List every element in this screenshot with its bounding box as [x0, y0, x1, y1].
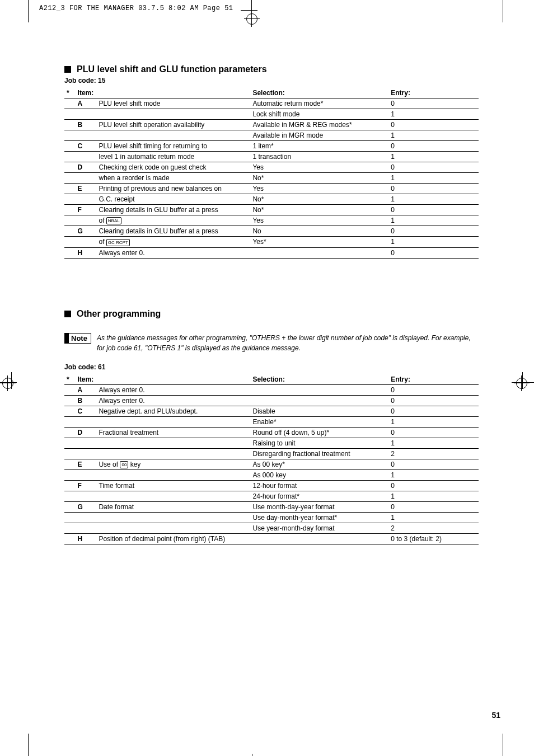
cell-selection: Yes	[250, 184, 388, 194]
cell-entry: 0	[388, 162, 479, 173]
col-star: *	[64, 88, 76, 98]
cell-star	[64, 98, 76, 109]
cell-selection: Round off (4 down, 5 up)*	[251, 427, 389, 438]
cell-letter	[76, 438, 97, 448]
cell-selection	[251, 384, 389, 395]
cell-entry: 0	[388, 427, 479, 438]
note-label: Note	[64, 333, 91, 344]
cell-entry: 1	[388, 194, 479, 205]
cell-letter: C	[76, 406, 97, 416]
cell-letter: E	[76, 184, 97, 194]
cell-selection: Disregarding fractional treatment	[251, 448, 389, 459]
parameters-table-1: * Item: Selection: Entry: APLU level shi…	[64, 88, 479, 259]
cell-star	[64, 162, 76, 173]
cell-selection: Use day-month-year format*	[251, 512, 389, 523]
col-selection: Selection:	[251, 374, 389, 385]
cell-entry: 1	[388, 416, 479, 427]
cell-selection: Enable*	[251, 416, 389, 427]
cell-letter: F	[76, 480, 97, 491]
cell-entry: 1	[388, 215, 479, 226]
table-row: CPLU level shift timing for returning to…	[64, 141, 479, 152]
cell-item: Fractional treatment	[96, 427, 250, 438]
table-row: of NBALYes1	[64, 215, 479, 226]
cell-selection: No	[250, 226, 388, 237]
cell-letter: A	[76, 384, 97, 395]
cell-item: PLU level shift timing for returning to	[96, 141, 250, 152]
cell-selection: Yes*	[250, 237, 388, 247]
cell-star	[64, 501, 76, 512]
cell-letter	[76, 512, 97, 523]
cell-letter: B	[76, 120, 97, 130]
cell-star	[64, 130, 76, 141]
table-row: Disregarding fractional treatment2	[64, 448, 479, 459]
table-row: DFractional treatmentRound off (4 down, …	[64, 427, 479, 438]
job-code-label: Job code: 15	[64, 77, 479, 84]
cell-entry: 1	[388, 109, 479, 120]
cell-star	[64, 512, 76, 523]
cell-letter: B	[76, 395, 97, 406]
cell-star	[64, 459, 76, 469]
cell-selection: 24-hour format*	[251, 491, 389, 501]
cell-item: Always enter 0.	[96, 247, 250, 258]
cell-item: Negative dept. and PLU/subdept.	[96, 406, 250, 416]
cell-letter	[76, 491, 97, 501]
crop-mark	[503, 734, 503, 756]
cell-letter	[76, 523, 97, 533]
note-text: As the guidance messages for other progr…	[97, 333, 479, 353]
cell-selection: Available in MGR & REG modes*	[250, 120, 388, 130]
cell-letter	[76, 448, 97, 459]
table-row: EUse of 00 keyAs 00 key*0	[64, 459, 479, 469]
cell-item: of GC RCPT	[96, 237, 250, 247]
cell-star	[64, 237, 76, 247]
cell-item: Always enter 0.	[96, 395, 250, 406]
cell-entry: 0	[388, 406, 479, 416]
parameters-table-2: * Item: Selection: Entry: AAlways enter …	[64, 374, 479, 544]
cell-entry: 0	[388, 98, 479, 109]
table-row: Lock shift mode1	[64, 109, 479, 120]
cell-letter	[76, 152, 97, 162]
cell-letter: D	[76, 427, 97, 438]
cell-star	[64, 438, 76, 448]
col-entry: Entry:	[388, 374, 479, 385]
table-row: Raising to unit1	[64, 438, 479, 448]
cell-star	[64, 523, 76, 533]
col-entry: Entry:	[388, 88, 479, 98]
cell-letter	[76, 237, 97, 247]
col-item: Item:	[76, 374, 97, 385]
cell-item: Date format	[96, 501, 250, 512]
page-content: PLU level shift and GLU function paramet…	[64, 64, 479, 544]
cell-item: PLU level shift operation availability	[96, 120, 250, 130]
cell-entry: 1	[388, 512, 479, 523]
section-heading-plu: PLU level shift and GLU function paramet…	[64, 64, 479, 74]
cell-selection: Lock shift mode	[250, 109, 388, 120]
cell-selection: Use year-month-day format	[251, 523, 389, 533]
table-row: As 000 key1	[64, 469, 479, 480]
cell-star	[64, 448, 76, 459]
cell-entry: 0	[388, 226, 479, 237]
cell-selection: Disable	[251, 406, 389, 416]
cell-letter: G	[76, 226, 97, 237]
cell-star	[64, 395, 76, 406]
cell-entry: 1	[388, 438, 479, 448]
cell-selection	[250, 247, 388, 258]
col-star: *	[64, 374, 76, 385]
table-row: EPrinting of previous and new balances o…	[64, 184, 479, 194]
cell-star	[64, 469, 76, 480]
keycap-icon: GC RCPT	[106, 239, 130, 246]
cell-entry: 0	[388, 384, 479, 395]
cell-star	[64, 184, 76, 194]
cell-selection: As 00 key*	[251, 459, 389, 469]
registration-mark	[246, 13, 257, 25]
cell-selection: Raising to unit	[251, 438, 389, 448]
cell-item: Printing of previous and new balances on	[96, 184, 250, 194]
cell-selection: 1 transaction	[250, 152, 388, 162]
cell-selection: Use month-day-year format	[251, 501, 389, 512]
cell-letter: E	[76, 459, 97, 469]
print-header: A212_3 FOR THE MANAGER 03.7.5 8:02 AM Pa…	[39, 4, 233, 12]
table-row: AAlways enter 0.0	[64, 384, 479, 395]
cell-letter	[76, 130, 97, 141]
cell-entry: 1	[388, 237, 479, 247]
cell-star	[64, 205, 76, 215]
cell-letter: A	[76, 98, 97, 109]
cell-item: Use of 00 key	[96, 459, 250, 469]
